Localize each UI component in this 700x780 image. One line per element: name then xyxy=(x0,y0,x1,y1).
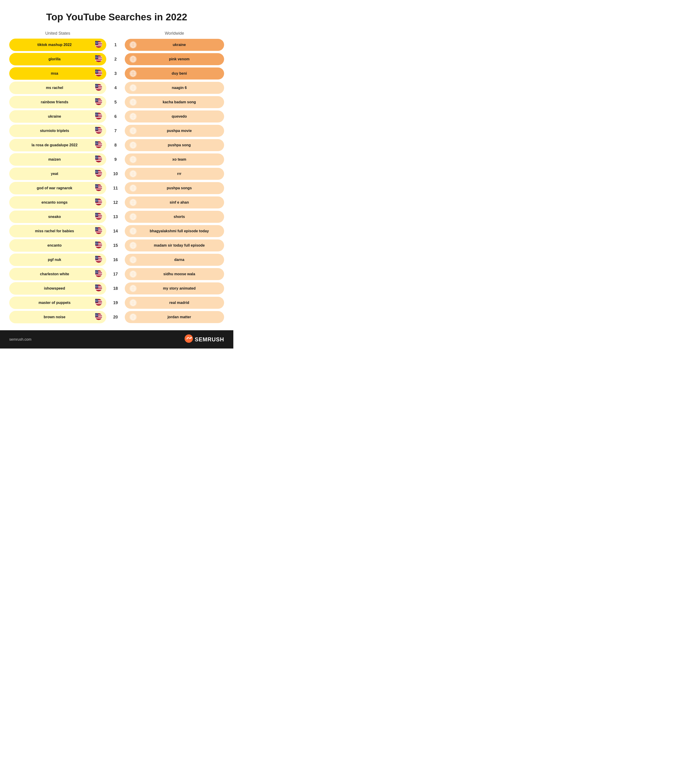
ww-cell: pushpa song xyxy=(125,139,224,151)
us-flag-icon: ★★★ ★★ xyxy=(95,213,102,221)
svg-text:★★: ★★ xyxy=(96,200,98,202)
us-search-term: miss rachel for babies xyxy=(14,229,95,233)
ww-search-term: duy beni xyxy=(139,72,220,75)
svg-rect-55 xyxy=(95,103,102,104)
svg-rect-68 xyxy=(95,117,102,118)
ww-search-term: naagin 6 xyxy=(139,86,220,90)
svg-text:★★: ★★ xyxy=(96,100,98,102)
us-flag-icon: ★★★ ★★ xyxy=(95,270,102,278)
footer-url: semrush.com xyxy=(9,337,32,342)
table-row: maizen ★★★ ★★ 9 xo team xyxy=(9,153,224,166)
table-row: la rosa de guadalupe 2022 ★★★ ★★ 8 pushp… xyxy=(9,139,224,151)
table-row: sturniolo triplets ★★★ ★★ 7 pushpa movie xyxy=(9,125,224,137)
us-search-term: sturniolo triplets xyxy=(14,129,95,133)
table-row: miss rachel for babies ★★★ ★★ 14 bhagyal… xyxy=(9,225,224,237)
page-title: Top YouTube Searches in 2022 xyxy=(9,12,224,23)
rank-number: 9 xyxy=(106,157,125,162)
svg-text:★★: ★★ xyxy=(96,129,98,130)
ww-search-term: darna xyxy=(139,258,220,262)
svg-rect-107 xyxy=(95,160,102,161)
ww-cell: sinf e ahan xyxy=(125,197,224,209)
globe-icon xyxy=(129,184,137,192)
svg-rect-237 xyxy=(95,304,102,304)
svg-rect-146 xyxy=(95,203,102,204)
table-row: charleston white ★★★ ★★ 17 sidhu moose w… xyxy=(9,268,224,281)
ww-search-term: bhagyalakshmi full episode today xyxy=(139,229,220,233)
svg-text:★★: ★★ xyxy=(96,43,98,44)
us-flag-icon: ★★★ ★★ xyxy=(95,112,102,120)
svg-text:★★: ★★ xyxy=(96,72,98,73)
us-flag-icon: ★★★ ★★ xyxy=(95,70,102,77)
globe-icon xyxy=(129,242,137,249)
columns-header: United States Worldwide xyxy=(9,31,224,36)
ww-cell: rrr xyxy=(125,168,224,180)
us-search-term: maizen xyxy=(14,157,95,162)
rank-number: 16 xyxy=(106,257,125,262)
us-cell: miss rachel for babies ★★★ ★★ xyxy=(9,225,106,237)
ww-cell: pink venom xyxy=(125,53,224,65)
ww-column-header: Worldwide xyxy=(125,31,224,36)
ww-search-term: quevedo xyxy=(139,114,220,119)
table-row: brown noise ★★★ ★★ 20 jordan matter xyxy=(9,311,224,323)
svg-text:★★: ★★ xyxy=(96,143,98,144)
ww-search-term: madam sir today full episode xyxy=(139,243,220,247)
us-flag-icon: ★★★ ★★ xyxy=(95,199,102,206)
us-column-header: United States xyxy=(9,31,106,36)
us-search-term: charleston white xyxy=(14,272,95,276)
us-search-term: master of puppets xyxy=(14,301,95,305)
ww-cell: sidhu moose wala xyxy=(125,268,224,280)
us-cell: pgf nuk ★★★ ★★ xyxy=(9,254,106,266)
svg-text:★★: ★★ xyxy=(96,172,98,173)
us-cell: ms rachel ★★★ ★★ xyxy=(9,82,106,94)
ww-search-term: sidhu moose wala xyxy=(139,272,220,276)
ww-search-term: ukraine xyxy=(139,43,220,47)
us-search-term: pgf nuk xyxy=(14,258,95,262)
svg-rect-172 xyxy=(95,232,102,232)
svg-text:★★: ★★ xyxy=(96,301,98,302)
us-search-term: la rosa de guadalupe 2022 xyxy=(14,143,95,147)
us-cell: tiktok mashup 2022 ★★★ ★★ xyxy=(9,38,106,51)
ww-cell: ukraine xyxy=(125,39,224,51)
svg-text:★★: ★★ xyxy=(96,244,98,245)
us-cell: ukraine ★★★ ★★ xyxy=(9,110,106,123)
us-search-term: encanto songs xyxy=(14,200,95,205)
rank-number: 15 xyxy=(106,243,125,248)
us-search-term: yeat xyxy=(14,172,95,176)
svg-rect-250 xyxy=(95,318,102,319)
table-row: glorilla ★★★ ★★ 2 pink venom xyxy=(9,53,224,65)
globe-icon xyxy=(129,156,137,163)
us-cell: rainbow friends ★★★ ★★ xyxy=(9,96,106,109)
us-search-term: ukraine xyxy=(14,114,95,119)
ww-search-term: pushpa songs xyxy=(139,186,220,190)
ww-cell: shorts xyxy=(125,211,224,223)
us-flag-icon: ★★★ ★★ xyxy=(95,284,102,292)
svg-rect-120 xyxy=(95,174,102,175)
globe-icon xyxy=(129,55,137,63)
us-search-term: ms rachel xyxy=(14,86,95,90)
ww-search-term: pushpa movie xyxy=(139,129,220,133)
ww-search-term: jordan matter xyxy=(139,315,220,319)
us-flag-icon: ★★★ ★★ xyxy=(95,313,102,321)
rows-container: tiktok mashup 2022 ★★★ ★★ 1 ukraineglori… xyxy=(9,38,224,323)
us-cell: master of puppets ★★★ ★★ xyxy=(9,297,106,309)
page-wrapper: Top YouTube Searches in 2022 United Stat… xyxy=(0,0,233,323)
svg-point-261 xyxy=(190,337,192,338)
svg-rect-42 xyxy=(95,89,102,89)
svg-text:★★: ★★ xyxy=(96,258,98,259)
ww-cell: madam sir today full episode xyxy=(125,239,224,251)
rank-number: 17 xyxy=(106,272,125,277)
globe-icon xyxy=(129,199,137,206)
ww-cell: bhagyalakshmi full episode today xyxy=(125,225,224,237)
svg-text:★★: ★★ xyxy=(96,186,98,187)
ww-cell: naagin 6 xyxy=(125,82,224,94)
us-cell: sneako ★★★ ★★ xyxy=(9,210,106,223)
rank-number: 10 xyxy=(106,172,125,176)
svg-text:★★: ★★ xyxy=(96,287,98,288)
globe-icon xyxy=(129,84,137,92)
us-search-term: glorilla xyxy=(14,57,95,61)
ww-search-term: my story animated xyxy=(139,286,220,291)
globe-icon xyxy=(129,285,137,292)
footer: semrush.com SEMRUSH xyxy=(0,330,233,349)
table-row: sneako ★★★ ★★ 13 shorts xyxy=(9,210,224,223)
us-cell: encanto songs ★★★ ★★ xyxy=(9,196,106,209)
